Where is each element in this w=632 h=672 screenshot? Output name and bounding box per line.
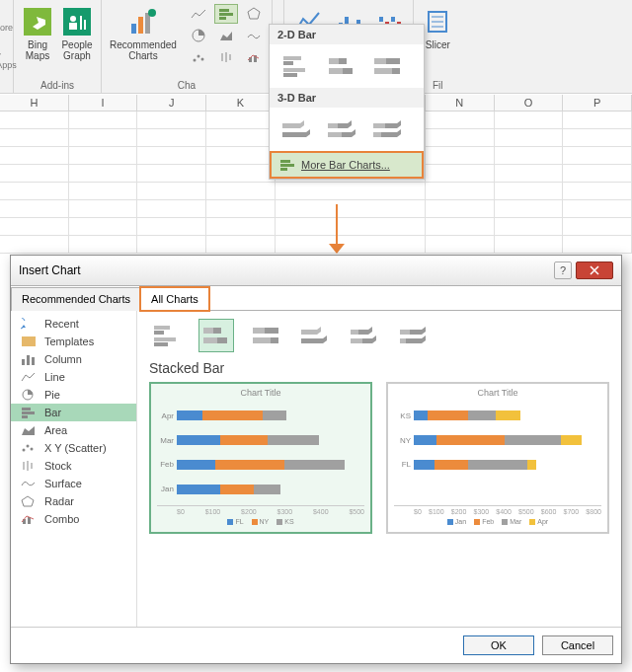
chart-combo-menu[interactable] [242, 47, 266, 67]
side-combo[interactable]: Combo [11, 510, 136, 528]
cancel-button[interactable]: Cancel [542, 635, 613, 655]
side-recent[interactable]: Recent [11, 315, 136, 333]
svg-rect-47 [280, 160, 290, 163]
svg-rect-6 [131, 24, 136, 34]
svg-rect-50 [22, 336, 36, 346]
subtype-3d-stacked100-bar[interactable] [396, 319, 432, 352]
group-label-filters: Fil [433, 78, 443, 91]
bing-maps-button[interactable]: Bing Maps [20, 4, 55, 63]
svg-rect-40 [339, 58, 347, 64]
svg-rect-75 [253, 328, 265, 334]
chart-category-list: Recent Templates Column Line Pie Bar Are… [11, 311, 137, 627]
col-head[interactable]: K [206, 95, 276, 111]
dialog-titlebar[interactable]: Insert Chart ? [11, 256, 621, 286]
bar2d-stacked[interactable] [325, 50, 360, 82]
chart-area-menu[interactable] [214, 26, 238, 45]
svg-rect-37 [283, 68, 305, 72]
subtype-3d-stacked-bar[interactable] [347, 319, 382, 352]
col-head[interactable]: N [426, 95, 495, 111]
bar3d-clustered[interactable] [279, 113, 315, 145]
side-pie[interactable]: Pie [11, 386, 136, 404]
svg-rect-76 [265, 328, 278, 334]
svg-rect-29 [391, 17, 395, 22]
chart-stock-menu[interactable] [214, 47, 238, 67]
side-templates[interactable]: Templates [11, 333, 136, 350]
svg-point-13 [200, 58, 203, 61]
slicer-button[interactable]: Slicer [420, 4, 455, 52]
subtype-stacked100-bar[interactable] [248, 319, 283, 352]
svg-rect-14 [219, 9, 229, 12]
subtype-title: Stacked Bar [149, 360, 609, 376]
tab-all-charts[interactable]: All Charts [140, 287, 209, 311]
preview-1[interactable]: Chart TitleAprMarFebJan$0$100$200$300$40… [149, 382, 372, 534]
svg-rect-1 [63, 8, 91, 36]
slicer-icon [422, 6, 453, 37]
svg-rect-43 [374, 58, 386, 64]
subtype-stacked-bar[interactable] [198, 319, 234, 352]
dialog-close-button[interactable] [576, 261, 613, 279]
insert-chart-dialog: Insert Chart ? Recommended Charts All Ch… [10, 255, 622, 664]
svg-point-59 [27, 445, 30, 448]
chart-bar-menu[interactable] [214, 4, 238, 24]
chart-radar-menu[interactable] [242, 4, 266, 24]
bar-subtype-strip [149, 319, 609, 352]
col-head[interactable]: O [495, 95, 564, 111]
chart-pie-menu[interactable] [187, 26, 210, 45]
svg-rect-67 [154, 326, 170, 330]
chart-surface-menu[interactable] [242, 26, 266, 45]
recommended-charts-button[interactable]: Recommended Charts [108, 4, 179, 63]
svg-rect-42 [343, 68, 353, 74]
svg-rect-70 [154, 342, 168, 346]
recommended-charts-icon [127, 6, 159, 37]
dialog-help-button[interactable]: ? [554, 261, 572, 279]
svg-rect-53 [32, 357, 35, 365]
svg-rect-46 [392, 68, 400, 74]
dropdown-section-3d: 3-D Bar [270, 88, 424, 108]
svg-rect-52 [27, 355, 30, 365]
more-bar-charts-item[interactable]: More Bar Charts... [270, 151, 424, 179]
side-surface[interactable]: Surface [11, 475, 136, 492]
svg-rect-48 [280, 164, 294, 167]
bar3d-stacked100[interactable] [370, 113, 406, 145]
bar3d-stacked[interactable] [325, 113, 360, 145]
subtype-clustered-bar[interactable] [149, 319, 185, 352]
chart-line-menu[interactable] [187, 4, 210, 24]
col-head[interactable]: H [0, 95, 69, 111]
svg-point-58 [23, 449, 26, 452]
svg-rect-27 [379, 17, 383, 22]
col-head[interactable]: I [69, 95, 138, 111]
col-head[interactable]: J [137, 95, 206, 111]
svg-rect-44 [386, 58, 400, 64]
svg-rect-51 [22, 359, 25, 365]
svg-rect-3 [69, 23, 77, 30]
ok-button[interactable]: OK [463, 635, 534, 655]
svg-rect-71 [203, 328, 213, 334]
side-stock[interactable]: Stock [11, 457, 136, 475]
side-scatter[interactable]: X Y (Scatter) [11, 439, 136, 457]
bar2d-clustered[interactable] [279, 50, 315, 82]
side-column[interactable]: Column [11, 350, 136, 368]
side-area[interactable]: Area [11, 421, 136, 439]
svg-rect-8 [145, 13, 150, 34]
dialog-footer: OK Cancel [11, 627, 621, 663]
people-graph-icon [61, 6, 93, 37]
people-graph-button[interactable]: People Graph [59, 4, 95, 63]
group-label-charts: Cha [178, 78, 196, 91]
subtype-3d-clustered-bar[interactable] [297, 319, 333, 352]
svg-rect-69 [154, 337, 176, 341]
svg-rect-35 [283, 56, 301, 60]
bar-chart-dropdown: 2-D Bar 3-D Bar More Bar Charts... [269, 24, 425, 180]
bing-icon [22, 6, 53, 37]
bar-icon [279, 159, 295, 171]
col-head[interactable]: P [563, 95, 632, 111]
svg-point-12 [197, 55, 199, 58]
preview-2[interactable]: Chart TitleKSNYFL$0$100$200$300$400$500$… [386, 382, 609, 534]
svg-rect-78 [271, 337, 278, 343]
chart-scatter-menu[interactable] [187, 47, 210, 67]
side-radar[interactable]: Radar [11, 492, 136, 510]
svg-rect-49 [280, 168, 287, 171]
bar2d-stacked100[interactable] [370, 50, 406, 82]
side-bar[interactable]: Bar [11, 404, 136, 421]
side-line[interactable]: Line [11, 368, 136, 386]
tab-recommended-charts[interactable]: Recommended Charts [11, 287, 141, 311]
